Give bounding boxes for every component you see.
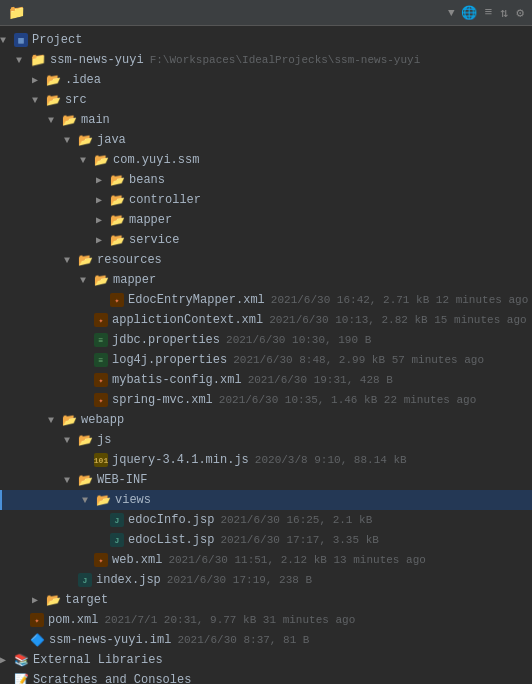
file-label: jquery-3.4.1.min.js [112,453,249,467]
file-label: mapper [113,273,156,287]
file-label: views [115,493,151,507]
expand-arrow[interactable]: ▼ [80,155,94,166]
expand-arrow[interactable]: ▼ [48,415,62,426]
file-label: web.xml [112,553,162,567]
expand-arrow[interactable]: ▼ [82,495,96,506]
tree-item[interactable]: ▼ 📂 views [0,490,532,510]
file-meta: 2021/6/30 10:35, 1.46 kB 22 minutes ago [219,394,476,406]
file-label: .idea [65,73,101,87]
tree-item[interactable]: J edocInfo.jsp 2021/6/30 16:25, 2.1 kB [0,510,532,530]
expand-arrow[interactable]: ▼ [0,35,14,46]
file-label: log4j.properties [112,353,227,367]
file-label: spring-mvc.xml [112,393,213,407]
expand-arrow[interactable]: ▼ [64,135,78,146]
globe-icon[interactable]: 🌐 [461,5,477,21]
file-label: ssm-news-yuyi.iml [49,633,171,647]
tree-item[interactable]: ▶ 📚 External Libraries [0,650,532,670]
expand-arrow[interactable]: ▼ [64,435,78,446]
tree-item[interactable]: 📝 Scratches and Consoles [0,670,532,684]
file-label: js [97,433,111,447]
tree-item[interactable]: ▼ 📂 resources [0,250,532,270]
file-meta: 2020/3/8 9:10, 88.14 kB [255,454,407,466]
tree-item[interactable]: J edocList.jsp 2021/6/30 17:17, 3.35 kB [0,530,532,550]
file-meta: 2021/6/30 16:25, 2.1 kB [220,514,372,526]
tree-item[interactable]: ▶ 📂 mapper [0,210,532,230]
tree-item[interactable]: ✦ pom.xml 2021/7/1 20:31, 9.77 kB 31 min… [0,610,532,630]
tree-item[interactable]: ▶ 📂 target [0,590,532,610]
tree-item[interactable]: ✦ mybatis-config.xml 2021/6/30 19:31, 42… [0,370,532,390]
project-panel: 📁 ▼ 🌐 ≡ ⇅ ⚙ ▼ ▦ Project ▼ 📁 ssm-news-yuy… [0,0,532,684]
file-tree[interactable]: ▼ ▦ Project ▼ 📁 ssm-news-yuyi F:\Workspa… [0,26,532,684]
tree-item[interactable]: ▼ 📁 ssm-news-yuyi F:\Workspaces\IdealPro… [0,50,532,70]
tree-item[interactable]: ✦ web.xml 2021/6/30 11:51, 2.12 kB 13 mi… [0,550,532,570]
file-meta: F:\Workspaces\IdealProjecks\ssm-news-yuy… [150,54,421,66]
tree-item[interactable]: 101 jquery-3.4.1.min.js 2020/3/8 9:10, 8… [0,450,532,470]
expand-arrow[interactable]: ▼ [48,115,62,126]
tree-item[interactable]: ▼ 📂 com.yuyi.ssm [0,150,532,170]
expand-arrow[interactable]: ▶ [96,194,110,206]
expand-arrow[interactable]: ▶ [0,654,14,666]
file-label: jdbc.properties [112,333,220,347]
expand-arrow[interactable]: ▶ [96,174,110,186]
tree-item[interactable]: ▶ 📂 .idea [0,70,532,90]
file-label: java [97,133,126,147]
expand-arrow[interactable]: ▶ [32,74,46,86]
file-label: beans [129,173,165,187]
tree-item[interactable]: ▼ 📂 js [0,430,532,450]
tree-item[interactable]: ✦ spring-mvc.xml 2021/6/30 10:35, 1.46 k… [0,390,532,410]
file-meta: 2021/6/30 17:19, 238 B [167,574,312,586]
file-label: webapp [81,413,124,427]
file-label: index.jsp [96,573,161,587]
tree-item[interactable]: ▼ ▦ Project [0,30,532,50]
file-meta: 2021/6/30 11:51, 2.12 kB 13 minutes ago [168,554,425,566]
list-icon[interactable]: ≡ [485,5,493,21]
tree-item[interactable]: ▶ 📂 beans [0,170,532,190]
file-meta: 2021/7/1 20:31, 9.77 kB 31 minutes ago [104,614,355,626]
expand-arrow[interactable]: ▼ [16,55,30,66]
file-label: mybatis-config.xml [112,373,242,387]
folder-icon: 📁 [8,4,25,21]
file-label: target [65,593,108,607]
tree-item[interactable]: ▼ 📂 webapp [0,410,532,430]
panel-dropdown-icon[interactable]: ▼ [448,7,455,19]
file-label: EdocEntryMapper.xml [128,293,265,307]
expand-arrow[interactable]: ▼ [80,275,94,286]
file-label: edocList.jsp [128,533,214,547]
file-label: com.yuyi.ssm [113,153,199,167]
expand-arrow[interactable]: ▶ [32,594,46,606]
expand-arrow[interactable]: ▶ [96,234,110,246]
tree-item[interactable]: ▼ 📂 mapper [0,270,532,290]
panel-toolbar: 🌐 ≡ ⇅ ⚙ [461,5,524,21]
tree-item[interactable]: ▶ 📂 controller [0,190,532,210]
file-label: main [81,113,110,127]
tree-item[interactable]: ✦ EdocEntryMapper.xml 2021/6/30 16:42, 2… [0,290,532,310]
settings-icon[interactable]: ⚙ [516,5,524,21]
tree-item[interactable]: ▶ 📂 service [0,230,532,250]
file-label: applictionContext.xml [112,313,263,327]
panel-header: 📁 ▼ 🌐 ≡ ⇅ ⚙ [0,0,532,26]
tree-item[interactable]: ▼ 📂 src [0,90,532,110]
expand-arrow[interactable]: ▶ [96,214,110,226]
file-meta: 2021/6/30 8:37, 81 B [177,634,309,646]
tree-item[interactable]: ▼ 📂 java [0,130,532,150]
file-meta: 2021/6/30 8:48, 2.99 kB 57 minutes ago [233,354,484,366]
file-meta: 2021/6/30 17:17, 3.35 kB [220,534,378,546]
file-label: pom.xml [48,613,98,627]
file-label: edocInfo.jsp [128,513,214,527]
tree-item[interactable]: ≡ log4j.properties 2021/6/30 8:48, 2.99 … [0,350,532,370]
file-label: External Libraries [33,653,163,667]
expand-arrow[interactable]: ▼ [64,475,78,486]
tree-item[interactable]: 🔷 ssm-news-yuyi.iml 2021/6/30 8:37, 81 B [0,630,532,650]
tree-item[interactable]: J index.jsp 2021/6/30 17:19, 238 B [0,570,532,590]
tree-item[interactable]: ▼ 📂 main [0,110,532,130]
expand-arrow[interactable]: ▼ [64,255,78,266]
tree-item[interactable]: ≡ jdbc.properties 2021/6/30 10:30, 190 B [0,330,532,350]
tree-item[interactable]: ▼ 📂 WEB-INF [0,470,532,490]
file-label: WEB-INF [97,473,147,487]
tree-item[interactable]: ✦ applictionContext.xml 2021/6/30 10:13,… [0,310,532,330]
file-label: controller [129,193,201,207]
collapse-icon[interactable]: ⇅ [500,5,508,21]
file-label: ssm-news-yuyi [50,53,144,67]
file-label: Scratches and Consoles [33,673,191,684]
expand-arrow[interactable]: ▼ [32,95,46,106]
